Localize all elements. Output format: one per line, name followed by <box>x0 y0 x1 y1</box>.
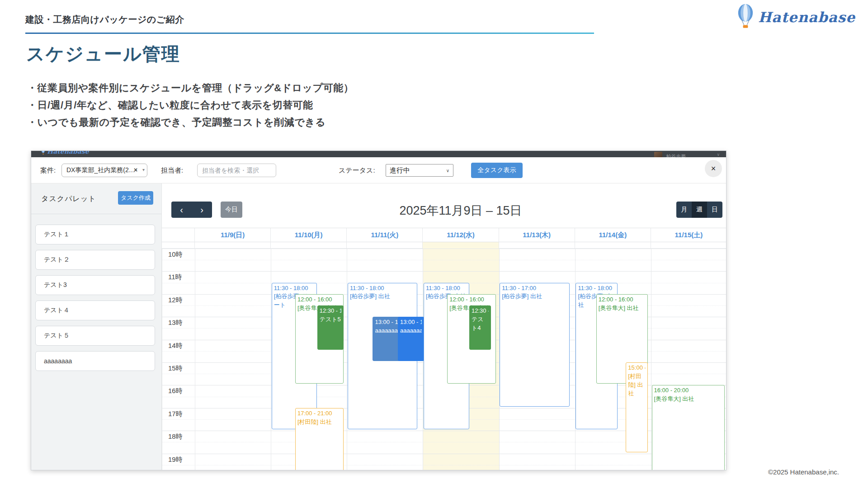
filter-bar: 案件: DX事業部_社内業務(2… × ▾ 担当者: ステータス: 進行中 ∨ … <box>31 157 726 183</box>
event-title: [奥谷隼大] 出社 <box>654 395 722 404</box>
hour-label: 18時 <box>168 432 183 441</box>
bullet-item: ・いつでも最新の予定を確認でき、予定調整コストを削減できる <box>27 114 354 131</box>
event-time: 16:00 - 20:00 <box>654 386 722 395</box>
view-button-月[interactable]: 月 <box>676 202 692 218</box>
bullet-item: ・従業員別や案件別にスケジュールを管理（ドラッグ&ドロップ可能） <box>27 80 354 97</box>
calendar-event[interactable]: 17:00 - 21:00[村田陸] 出社 <box>295 408 344 470</box>
event-title: [村田陸] 出社 <box>297 418 341 427</box>
topbar-user[interactable]: 柏谷歩夢 ∨ <box>654 152 720 157</box>
column-divider <box>651 249 651 470</box>
event-time: 12:00 - 16:00 <box>449 296 493 304</box>
allday-row <box>162 242 726 249</box>
calendar-event[interactable]: 11:30 - 17:00[柏谷歩夢] 出社 <box>500 283 569 407</box>
hour-line <box>162 271 726 272</box>
bullet-list: ・従業員別や案件別にスケジュールを管理（ドラッグ&ドロップ可能）・日/週/月/年… <box>27 80 354 131</box>
hour-label: 12時 <box>168 296 183 305</box>
allday-cell <box>195 242 271 249</box>
allday-cell <box>575 242 651 249</box>
assignee-input[interactable] <box>197 164 276 177</box>
event-time: 11:30 - 17:00 <box>502 284 567 293</box>
calendar-title: 2025年11月9日 – 15日 <box>399 202 522 219</box>
app-body: タスクパレット タスク作成 テスト１テスト２テスト3テスト４テスト５aaaaaa… <box>31 183 726 470</box>
calendar-event[interactable]: 12:30 - 14:30テスト5 <box>317 305 344 350</box>
day-header: 11/9(日) <box>195 228 271 242</box>
calendar-event[interactable]: 16:00 - 20:00[奥谷隼大] 出社 <box>652 385 725 470</box>
app-screenshot: Hatenabase 柏谷歩夢 ∨ 案件: DX事業部_社内業務(2… × ▾ … <box>31 150 726 470</box>
event-time: 17:00 - 21:00 <box>297 409 341 418</box>
allday-cell <box>271 242 347 249</box>
slide: 建設・工務店向けパッケージのご紹介 Hatenabase スケジュール管理 ・従… <box>0 0 868 488</box>
calendar-event[interactable]: 13:00 - 15:00aaaaaaaa <box>373 317 401 361</box>
event-title: テスト4 <box>472 315 489 333</box>
topbar-brand: Hatenabase <box>41 151 89 155</box>
hour-label: 16時 <box>168 387 183 395</box>
task-palette-item[interactable]: テスト3 <box>35 275 155 295</box>
half-hour-line <box>162 465 726 465</box>
event-title: [柏谷歩夢] 出社 <box>350 292 415 301</box>
column-divider <box>271 249 271 470</box>
brand-logo: Hatenabase <box>736 4 855 31</box>
balloon-icon <box>736 4 755 31</box>
assignee-label: 担当者: <box>161 166 183 175</box>
event-time: 12:30 - 14:30 <box>320 307 342 315</box>
task-palette-item[interactable]: テスト２ <box>35 250 155 270</box>
task-palette-header: タスクパレット タスク作成 <box>31 183 161 214</box>
task-palette-item[interactable]: aaaaaaaa <box>35 351 155 371</box>
page-title: スケジュール管理 <box>26 42 180 66</box>
hour-label: 13時 <box>168 319 183 327</box>
task-palette-sidebar: タスクパレット タスク作成 テスト１テスト２テスト3テスト４テスト５aaaaaa… <box>31 183 162 470</box>
calendar-event[interactable]: 12:30 - 14:30テスト4 <box>469 305 491 350</box>
today-button[interactable]: 今日 <box>221 202 242 218</box>
calendar: ‹ › 今日 2025年11月9日 – 15日 月週日 11/9(日)11/10… <box>162 183 726 470</box>
allday-gutter <box>162 242 195 249</box>
calendar-event[interactable]: 13:00 - 15:00aaaaaaaa <box>398 317 425 361</box>
task-palette-item[interactable]: テスト１ <box>35 225 155 244</box>
event-title: テスト5 <box>320 315 342 324</box>
show-all-tasks-button[interactable]: 全タスク表示 <box>471 163 523 178</box>
event-time: 13:00 - 15:00 <box>400 318 422 327</box>
hour-label: 19時 <box>168 455 183 464</box>
event-title: aaaaaaaa <box>375 327 399 335</box>
prev-button[interactable]: ‹ <box>171 202 192 218</box>
hour-line <box>162 454 726 454</box>
case-caret-icon[interactable]: ▾ <box>142 167 145 172</box>
view-button-日[interactable]: 日 <box>707 202 722 218</box>
allday-cell <box>499 242 575 249</box>
calendar-event[interactable]: 15:00 - 19:00[村田陸] 出社 <box>626 362 647 452</box>
status-select[interactable]: 進行中 ∨ <box>386 164 453 177</box>
view-button-週[interactable]: 週 <box>692 202 707 218</box>
event-title: [村田陸] 出社 <box>628 372 645 398</box>
day-header: 11/13(木) <box>499 228 575 242</box>
brand-text: Hatenabase <box>758 9 855 25</box>
view-switcher: 月週日 <box>676 202 722 218</box>
day-header-row: 11/9(日)11/10(月)11/11(火)11/12(水)11/13(木)1… <box>162 228 726 242</box>
allday-cell <box>347 242 423 249</box>
allday-cell <box>423 242 499 249</box>
next-button[interactable]: › <box>192 202 212 218</box>
allday-cell <box>651 242 726 249</box>
event-time: 11:30 - 18:00 <box>426 284 467 293</box>
task-palette-item[interactable]: テスト５ <box>35 326 155 346</box>
event-title: aaaaaaaa <box>400 327 422 335</box>
close-button[interactable]: × <box>705 160 722 177</box>
hour-label: 10時 <box>168 250 183 259</box>
status-label: ステータス: <box>339 166 375 175</box>
bullet-item: ・日/週/月/年など、確認したい粒度に合わせて表示を切替可能 <box>27 97 354 114</box>
header-underline <box>25 33 594 34</box>
hour-label: 17時 <box>168 410 183 418</box>
app-topbar: Hatenabase 柏谷歩夢 ∨ <box>31 151 726 157</box>
hour-line <box>162 249 726 249</box>
create-task-button[interactable]: タスク作成 <box>118 191 153 205</box>
slide-header-title: 建設・工務店向けパッケージのご紹介 <box>25 14 184 26</box>
hour-label: 11時 <box>168 273 182 282</box>
day-header: 11/15(土) <box>651 228 726 242</box>
clear-case-icon[interactable]: × <box>134 166 137 174</box>
case-label: 案件: <box>40 166 56 175</box>
status-caret-icon: ∨ <box>446 168 449 173</box>
day-header: 11/11(火) <box>347 228 423 242</box>
task-palette-item[interactable]: テスト４ <box>35 300 155 320</box>
event-time: 12:30 - 14:30 <box>472 307 489 315</box>
day-header-gutter <box>162 228 195 242</box>
event-time: 13:00 - 15:00 <box>375 318 399 327</box>
event-title: [奥谷隼大] 出社 <box>599 304 646 313</box>
